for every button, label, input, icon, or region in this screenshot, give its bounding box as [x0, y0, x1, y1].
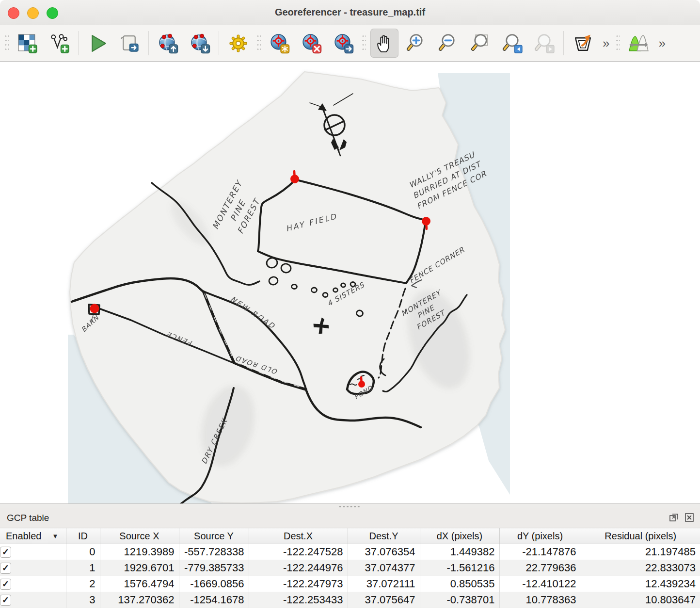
gcp-cell: -557.728338 [179, 544, 249, 560]
gcp-table-row[interactable]: ✓3137.270362-1254.1678-122.25343337.0756… [0, 592, 700, 608]
gcp-cell: 37.076354 [348, 544, 420, 560]
gcp-cell: -122.253433 [249, 592, 348, 608]
zoom-in-icon [406, 32, 428, 54]
open-vector-button[interactable] [45, 29, 73, 58]
gcp-cell: -1.561216 [420, 560, 499, 576]
float-panel-icon [668, 512, 679, 523]
gcp-cell: -12.410122 [499, 576, 581, 592]
gcp-panel-header: GCP table [0, 508, 700, 528]
gcp-table-row[interactable]: ✓01219.3989-557.728338-122.24752837.0763… [0, 544, 700, 560]
zoom-last-button[interactable] [498, 29, 526, 58]
transformation-settings-button[interactable] [224, 29, 252, 58]
gcp-table-body: ✓01219.3989-557.728338-122.24752837.0763… [0, 544, 700, 608]
gcp-marker-3[interactable] [90, 304, 99, 313]
gcp-cell: 10.778363 [499, 592, 581, 608]
gcp-cell: 1576.4794 [100, 576, 179, 592]
pan-button[interactable] [370, 29, 398, 58]
close-window-button[interactable] [8, 7, 19, 19]
zoom-next-button[interactable] [530, 29, 558, 58]
gdal-script-button[interactable] [115, 29, 143, 58]
gcp-cell: 0.850535 [420, 576, 499, 592]
titlebar[interactable]: Georeferencer - treasure_map.tif [0, 0, 700, 25]
open-raster-button[interactable] [13, 29, 41, 58]
float-panel-button[interactable] [668, 512, 680, 523]
gcp-enabled-checkbox[interactable]: ✓ [0, 595, 11, 606]
link-georeferencer-button[interactable] [569, 29, 597, 58]
zoom-out-button[interactable] [434, 29, 462, 58]
toolbar: » » [0, 25, 700, 62]
load-gcp-points-icon [157, 32, 179, 54]
gcp-cell: 137.270362 [100, 592, 179, 608]
gcp-cell: -21.147876 [499, 544, 581, 560]
gcp-cell: 10.803647 [581, 592, 700, 608]
gcp-table-row[interactable]: ✓11929.6701-779.385733-122.24497637.0743… [0, 560, 700, 576]
gcp-cell: 12.439234 [581, 576, 700, 592]
toolbar-handle[interactable] [4, 34, 9, 52]
gcp-enabled-checkbox[interactable]: ✓ [0, 547, 11, 558]
load-gcp-points-button[interactable] [154, 29, 182, 58]
delete-point-icon [301, 32, 322, 54]
add-point-icon [269, 32, 290, 54]
zoom-in-button[interactable] [402, 29, 430, 58]
window-title: Georeferencer - treasure_map.tif [275, 7, 425, 18]
gdal-script-icon [119, 32, 141, 54]
column-header-enabled[interactable]: Enabled▼ [0, 528, 66, 544]
column-header-dy[interactable]: dY (pixels) [499, 528, 581, 544]
gcp-table-row[interactable]: ✓21576.4794-1669.0856-122.24797337.07211… [0, 576, 700, 592]
toolbar-overflow-icon[interactable]: » [658, 36, 665, 51]
sort-indicator-icon: ▼ [52, 533, 58, 540]
start-georeferencing-button[interactable] [83, 29, 111, 58]
gcp-cell: 2 [66, 576, 100, 592]
zoom-to-layer-button[interactable] [466, 29, 494, 58]
open-vector-icon [48, 32, 70, 54]
zoom-next-icon [534, 32, 556, 54]
minimize-window-button[interactable] [27, 7, 39, 19]
toolbar-overflow-icon[interactable]: » [603, 36, 609, 51]
gcp-cell: 3 [66, 592, 100, 608]
gcp-cell: 37.072111 [348, 576, 420, 592]
start-georeferencing-icon [87, 32, 109, 54]
toolbar-handle[interactable] [362, 34, 366, 52]
histogram-stretch-button[interactable] [624, 29, 652, 58]
gcp-cell: -122.247528 [249, 544, 348, 560]
zoom-window-button[interactable] [47, 7, 58, 19]
toolbar-handle[interactable] [616, 34, 620, 52]
gcp-cell: 0 [66, 544, 100, 560]
toolbar-handle[interactable] [256, 34, 261, 52]
save-gcp-points-icon [189, 32, 211, 54]
histogram-stretch-icon [628, 32, 650, 54]
zoom-out-icon [438, 32, 460, 54]
add-point-button[interactable] [265, 29, 293, 58]
column-header-dest-x[interactable]: Dest.X [249, 528, 348, 544]
delete-point-button[interactable] [297, 29, 325, 58]
column-header-id[interactable]: ID [66, 528, 100, 544]
column-header-source-y[interactable]: Source Y [179, 528, 249, 544]
map-canvas-container: MONTEREYPINEFORESTHAY FIELDWALLY'S TREAS… [0, 62, 700, 503]
move-gcp-point-button[interactable] [329, 29, 357, 58]
gcp-cell: 37.074377 [348, 560, 420, 576]
link-georeferencer-icon [572, 32, 594, 54]
gcp-table-header-row: Enabled▼ ID Source X Source Y Dest.X Des… [0, 528, 700, 544]
open-raster-icon [16, 32, 38, 54]
gcp-cell: -0.738701 [420, 592, 499, 608]
close-panel-icon [684, 512, 695, 523]
move-gcp-point-icon [333, 32, 354, 54]
close-panel-button[interactable] [684, 512, 695, 523]
gcp-enabled-checkbox[interactable]: ✓ [0, 563, 11, 574]
gcp-cell: 22.833073 [581, 560, 700, 576]
gear-icon [227, 32, 249, 54]
gcp-panel-title: GCP table [7, 513, 49, 523]
georeferencer-window: Georeferencer - treasure_map.tif [0, 0, 700, 615]
gcp-cell: 22.779636 [499, 560, 581, 576]
gcp-cell: 1219.3989 [100, 544, 179, 560]
column-header-residual[interactable]: Residual (pixels) [581, 528, 700, 544]
column-header-source-x[interactable]: Source X [100, 528, 179, 544]
gcp-cell: 1929.6701 [100, 560, 179, 576]
gcp-cell: 1.449382 [420, 544, 499, 560]
pan-hand-icon [374, 32, 396, 54]
column-header-dest-y[interactable]: Dest.Y [348, 528, 420, 544]
save-gcp-points-button[interactable] [186, 29, 214, 58]
gcp-cell: -122.247973 [249, 576, 348, 592]
column-header-dx[interactable]: dX (pixels) [420, 528, 499, 544]
gcp-enabled-checkbox[interactable]: ✓ [0, 579, 11, 590]
